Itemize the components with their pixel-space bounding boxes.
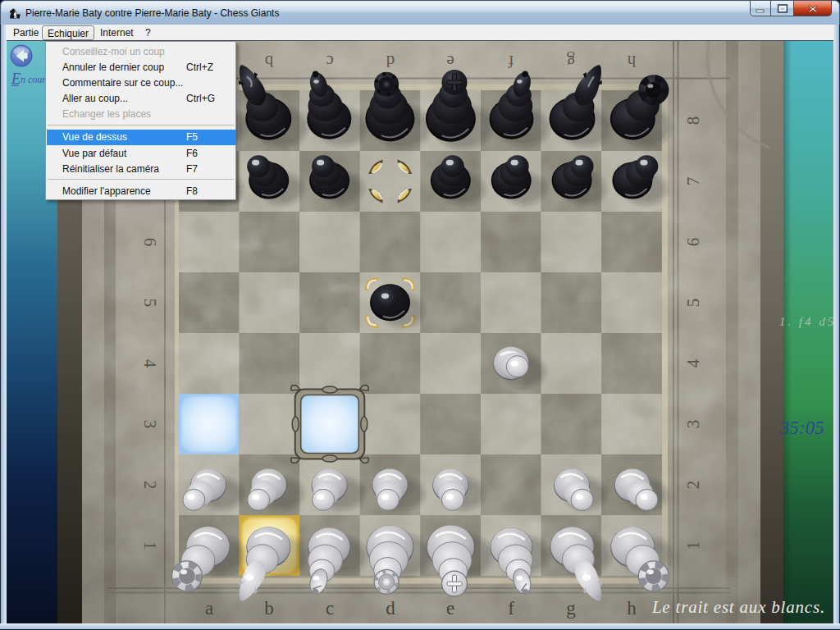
svg-text:c: c bbox=[326, 52, 333, 71]
svg-text:4: 4 bbox=[140, 359, 160, 368]
svg-text:4: 4 bbox=[683, 358, 703, 368]
svg-text:h: h bbox=[627, 598, 637, 619]
svg-text:6: 6 bbox=[683, 238, 703, 247]
svg-text:Le trait est aux blancs.: Le trait est aux blancs. bbox=[651, 597, 825, 617]
svg-text:35:05: 35:05 bbox=[779, 418, 824, 438]
svg-text:3: 3 bbox=[140, 420, 160, 429]
svg-text:1. f4 d5: 1. f4 d5 bbox=[779, 315, 833, 328]
svg-text:2: 2 bbox=[683, 481, 703, 490]
svg-text:b: b bbox=[264, 598, 274, 619]
svg-text:2: 2 bbox=[140, 481, 160, 490]
svg-text:b: b bbox=[265, 52, 274, 71]
svg-text:d: d bbox=[386, 598, 395, 619]
svg-text:e: e bbox=[446, 52, 454, 71]
svg-text:g: g bbox=[566, 52, 575, 71]
svg-text:1: 1 bbox=[140, 541, 160, 550]
svg-text:f: f bbox=[509, 52, 514, 71]
svg-text:e: e bbox=[446, 598, 454, 619]
svg-text:h: h bbox=[627, 52, 636, 71]
svg-text:g: g bbox=[566, 598, 576, 619]
svg-text:1: 1 bbox=[683, 541, 703, 550]
svg-text:5: 5 bbox=[683, 299, 703, 308]
svg-text:7: 7 bbox=[683, 177, 703, 186]
svg-text:8: 8 bbox=[683, 116, 703, 126]
svg-text:6: 6 bbox=[140, 238, 160, 247]
svg-text:c: c bbox=[326, 598, 334, 619]
svg-text:f: f bbox=[508, 598, 514, 619]
svg-text:a: a bbox=[205, 598, 213, 619]
svg-text:3: 3 bbox=[683, 420, 703, 429]
svg-text:d: d bbox=[386, 52, 395, 71]
svg-text:5: 5 bbox=[140, 299, 160, 308]
